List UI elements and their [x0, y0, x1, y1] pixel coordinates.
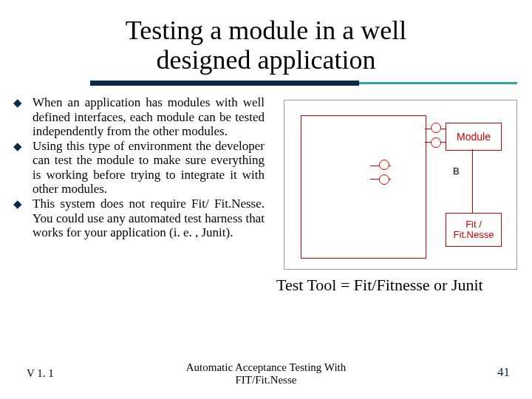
bullet-text: Using this type of environment the devel… [33, 139, 265, 197]
container-box [301, 115, 426, 259]
list-item: ◆ Using this type of environment the dev… [13, 139, 265, 197]
diagram-caption: Test Tool = Fit/Fitnesse or Junit [275, 276, 519, 295]
connector [472, 149, 473, 213]
bullet-marker-icon: ◆ [13, 95, 33, 139]
bullet-list: ◆ When an application has modules with w… [13, 95, 265, 295]
module-box: Module [446, 123, 502, 151]
bullet-text: When an application has modules with wel… [33, 95, 265, 139]
interface-port-icon [431, 137, 441, 148]
title-line-1: Testing a module in a well [126, 16, 406, 45]
list-item: ◆ This system does not require Fit/ Fit.… [13, 197, 265, 240]
slide-body: ◆ When an application has modules with w… [0, 89, 532, 295]
title-underline [0, 79, 532, 89]
bullet-marker-icon: ◆ [13, 197, 33, 240]
slide: Testing a module in a well designed appl… [0, 0, 532, 399]
list-item: ◆ When an application has modules with w… [13, 95, 265, 139]
fit-label: Fit / Fit.Nesse [454, 219, 494, 241]
underline-teal [359, 82, 517, 84]
module-label: Module [457, 131, 491, 143]
right-column: Module Fit / Fit.Nesse B Test [265, 95, 519, 295]
bullet-marker-icon: ◆ [13, 139, 33, 197]
slide-title: Testing a module in a well designed appl… [0, 0, 532, 75]
underline-dark [90, 81, 359, 86]
b-label: B [453, 166, 460, 177]
bullet-text: This system does not require Fit/ Fit.Ne… [33, 197, 265, 240]
footer-page-number: 41 [497, 365, 510, 380]
footer-title: Automatic Acceptance Testing With FIT/Fi… [0, 361, 532, 386]
title-line-2: designed application [157, 45, 376, 75]
interface-port-icon [431, 123, 441, 133]
fit-box: Fit / Fit.Nesse [446, 213, 502, 247]
architecture-diagram: Module Fit / Fit.Nesse B [284, 100, 517, 270]
